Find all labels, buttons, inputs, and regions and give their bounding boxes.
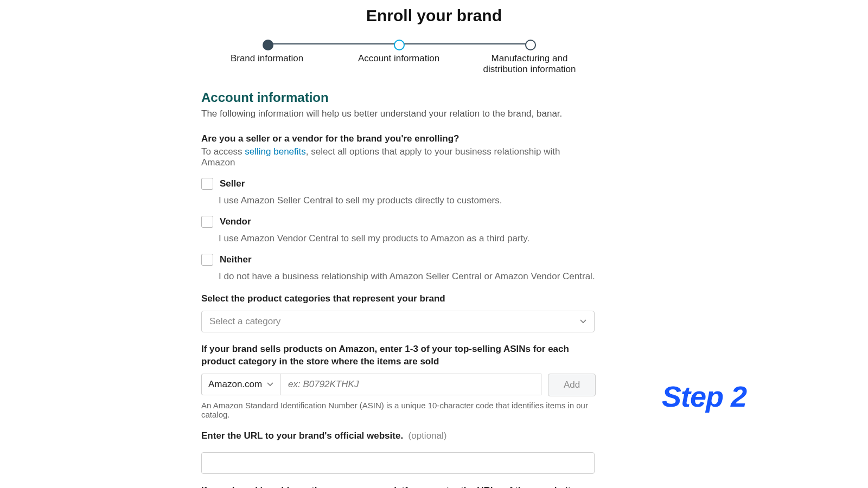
chevron-down-icon xyxy=(267,381,273,388)
role-option-seller: Seller I use Amazon Seller Central to se… xyxy=(201,178,596,206)
asin-help-text: An Amazon Standard Identification Number… xyxy=(201,401,596,419)
role-option-vendor: Vendor I use Amazon Vendor Central to se… xyxy=(201,216,596,244)
chevron-down-icon xyxy=(580,318,586,325)
role-option-neither: Neither I do not have a business relatio… xyxy=(201,254,596,282)
role-question-help: To access selling benefits, select all o… xyxy=(201,146,596,168)
step-node-account-info xyxy=(394,40,405,50)
role-help-prefix: To access xyxy=(201,146,245,157)
website-optional-hint: (optional) xyxy=(409,431,447,441)
role-option-desc: I use Amazon Seller Central to sell my p… xyxy=(219,195,596,206)
checkbox-seller[interactable] xyxy=(201,178,213,190)
progress-stepper: Brand information Account information Ma… xyxy=(233,36,564,79)
page-title: Enroll your brand xyxy=(0,7,868,25)
other-sites-label: If your brand is sold on other e-commerc… xyxy=(201,485,596,488)
checkbox-vendor[interactable] xyxy=(201,216,213,228)
form-account-information: Account information The following inform… xyxy=(201,90,596,488)
website-label-text: Enter the URL to your brand's official w… xyxy=(201,431,403,441)
category-placeholder: Select a category xyxy=(209,316,280,327)
add-button[interactable]: Add xyxy=(548,374,596,396)
role-question-label: Are you a seller or a vendor for the bra… xyxy=(201,133,596,144)
selling-benefits-link[interactable]: selling benefits xyxy=(245,146,305,157)
step-badge-overlay: Step 2 xyxy=(662,380,746,413)
website-label: Enter the URL to your brand's official w… xyxy=(201,430,596,442)
category-select[interactable]: Select a category xyxy=(201,311,595,332)
step-label-account-info: Account information xyxy=(339,53,458,64)
step-node-manufacturing xyxy=(525,40,536,50)
category-label: Select the product categories that repre… xyxy=(201,293,596,305)
role-option-label: Neither xyxy=(220,254,252,265)
role-option-label: Vendor xyxy=(220,216,251,227)
role-option-desc: I do not have a business relationship wi… xyxy=(219,271,596,282)
checkbox-neither[interactable] xyxy=(201,254,213,266)
step-label-brand-info: Brand information xyxy=(207,53,327,64)
website-url-input[interactable] xyxy=(201,452,595,474)
section-heading: Account information xyxy=(201,90,596,105)
step-label-manufacturing: Manufacturing and distribution informati… xyxy=(470,53,589,75)
asin-label: If your brand sells products on Amazon, … xyxy=(201,343,596,368)
marketplace-select[interactable]: Amazon.com xyxy=(201,374,280,395)
section-subheading: The following information will help us b… xyxy=(201,108,596,119)
step-node-brand-info xyxy=(263,40,273,50)
asin-input[interactable] xyxy=(280,374,541,395)
role-option-desc: I use Amazon Vendor Central to sell my p… xyxy=(219,233,596,244)
asin-row: Amazon.com Add xyxy=(201,374,596,396)
role-option-label: Seller xyxy=(220,178,245,189)
marketplace-value: Amazon.com xyxy=(208,379,262,390)
other-sites-label-text: If your brand is sold on other e-commerc… xyxy=(201,485,581,488)
